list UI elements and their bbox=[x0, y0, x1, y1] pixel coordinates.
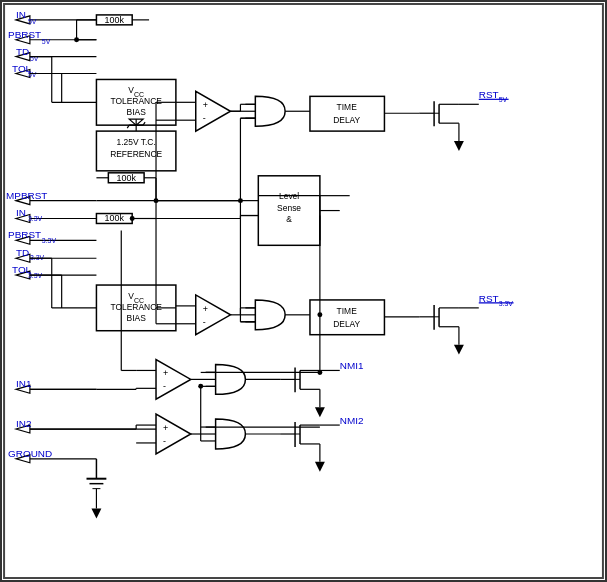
nmi2-label: NMI2 bbox=[340, 415, 364, 426]
resistor-100k-top: 100k bbox=[105, 15, 125, 25]
svg-text:BIAS: BIAS bbox=[127, 313, 147, 323]
svg-text:+: + bbox=[163, 423, 168, 433]
in1-label: IN1 bbox=[16, 378, 32, 389]
nmi1-label: NMI1 bbox=[340, 360, 364, 371]
pbrst5v-label: PBRST bbox=[8, 29, 41, 40]
svg-text:5V: 5V bbox=[28, 71, 37, 78]
svg-text:-: - bbox=[203, 113, 206, 123]
svg-marker-143 bbox=[454, 345, 464, 355]
rst33v-label: RST bbox=[479, 293, 499, 304]
svg-marker-190 bbox=[315, 462, 325, 472]
in2-label: IN2 bbox=[16, 418, 32, 429]
svg-point-44 bbox=[130, 216, 135, 221]
svg-point-202 bbox=[198, 384, 203, 389]
svg-text:-: - bbox=[203, 317, 206, 327]
svg-marker-170 bbox=[315, 407, 325, 417]
svg-text:-: - bbox=[163, 436, 166, 446]
svg-text:5V: 5V bbox=[28, 18, 37, 25]
svg-text:5V: 5V bbox=[499, 96, 508, 103]
rst5v-label: RST bbox=[479, 89, 499, 100]
svg-text:DELAY: DELAY bbox=[333, 115, 360, 125]
svg-text:-: - bbox=[163, 381, 166, 391]
svg-text:REFERENCE: REFERENCE bbox=[110, 149, 162, 159]
td5v-label: TD bbox=[16, 46, 29, 57]
ground-label: GROUND bbox=[8, 448, 52, 459]
tc-reference: 1.25V T.C. bbox=[117, 137, 156, 147]
svg-text:TOLERANCE: TOLERANCE bbox=[110, 302, 162, 312]
svg-text:+: + bbox=[203, 304, 208, 314]
mpbrst-label: MPBRST bbox=[6, 190, 47, 201]
svg-point-198 bbox=[238, 198, 243, 203]
svg-text:3.3V: 3.3V bbox=[499, 300, 514, 307]
svg-marker-147 bbox=[156, 360, 191, 400]
svg-marker-101 bbox=[454, 141, 464, 151]
svg-text:3.3V: 3.3V bbox=[28, 215, 43, 222]
svg-rect-206 bbox=[4, 4, 603, 578]
svg-text:Sense: Sense bbox=[277, 203, 301, 213]
svg-marker-73 bbox=[91, 508, 101, 518]
in5v-label: IN bbox=[16, 9, 26, 20]
svg-marker-118 bbox=[196, 295, 231, 335]
svg-text:+: + bbox=[203, 100, 208, 110]
svg-text:TOLERANCE: TOLERANCE bbox=[110, 96, 162, 106]
pbrst33v-label: PBRST bbox=[8, 229, 41, 240]
svg-point-193 bbox=[317, 312, 322, 317]
svg-text:5V: 5V bbox=[30, 55, 39, 62]
resistor-100k-mid: 100k bbox=[117, 173, 137, 183]
resistor-100k-33: 100k bbox=[105, 213, 125, 223]
svg-marker-172 bbox=[156, 414, 191, 454]
svg-text:DELAY: DELAY bbox=[333, 319, 360, 329]
svg-text:5V: 5V bbox=[42, 38, 51, 45]
time-delay-top: TIME bbox=[337, 102, 358, 112]
svg-text:3.3V: 3.3V bbox=[42, 237, 57, 244]
td33v-label: TD bbox=[16, 247, 29, 258]
svg-point-17 bbox=[74, 37, 79, 42]
svg-marker-74 bbox=[196, 91, 231, 131]
svg-text:+: + bbox=[163, 368, 168, 378]
time-delay-bot: TIME bbox=[337, 306, 358, 316]
circuit-diagram: IN 5V PBRST 5V TD 5V TOL 5V 100k VCC TOL… bbox=[0, 0, 607, 582]
svg-text:&: & bbox=[286, 214, 292, 224]
svg-point-195 bbox=[317, 370, 322, 375]
svg-text:BIAS: BIAS bbox=[127, 107, 147, 117]
in33v-label: IN bbox=[16, 208, 26, 219]
